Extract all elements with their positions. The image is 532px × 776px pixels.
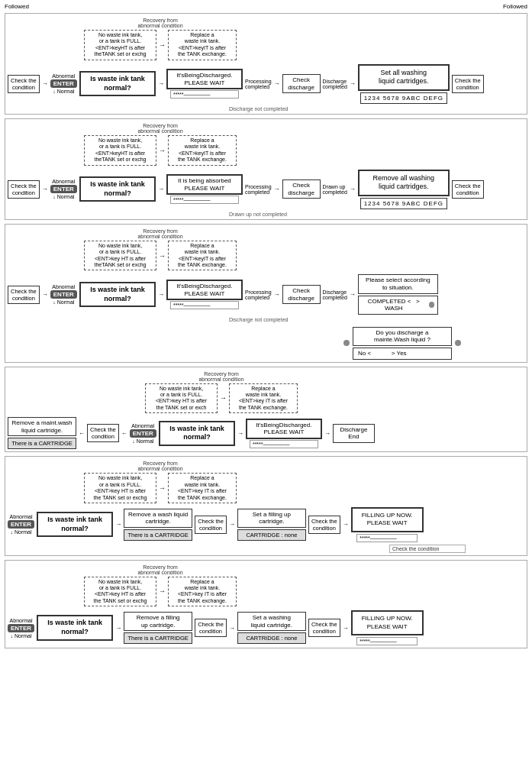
there-is-cartridge-4: There is a CARTRIDGE	[8, 438, 76, 449]
being-absorbed-2: It is being absorbedPLEASE WAIT	[166, 174, 243, 195]
waste-ink-tank-4: Is waste ink tanknormal?	[159, 421, 235, 446]
no-waste-tank-1: No waste ink tank,or a tank is FULL.<ENT…	[84, 30, 156, 60]
header-left: Followed	[5, 3, 29, 10]
there-is-cartridge-6: There is a CARTRIDGE	[124, 632, 192, 644]
check-condition-right-1: Check thecondition	[452, 75, 484, 93]
filling-now-5: FILLING UP NOW.PLEASE WAIT	[351, 507, 424, 532]
drawn-up-not-completed-2: Drawn up not completed	[229, 212, 524, 217]
abnormal-label-2: Abnormal	[52, 179, 75, 184]
stars-2: *****—————	[170, 196, 239, 204]
discharge-not-completed-3: Discharge not completed	[229, 317, 524, 322]
check-condition-mid-5: Check thecondition	[195, 516, 227, 534]
discharge-completed-1: Dischargecompleted	[323, 79, 347, 89]
waste-ink-tank-6: Is waste ink tanknormal?	[37, 615, 113, 640]
check-condition-left-4: Check thecondition	[87, 424, 119, 442]
no-yes-3: No < > Yes	[353, 348, 452, 360]
recovery-label-2: Recovery fromabnormal condition	[84, 123, 237, 134]
normal-label-3: ↓ Normal	[53, 299, 74, 305]
being-discharged-3: It'sBeingDischarged.PLEASE WAIT	[166, 280, 243, 300]
normal-label-2: ↓ Normal	[53, 194, 74, 199]
drawn-up-completed-2: Drawn upcompleted	[323, 184, 347, 195]
header-right: Followed	[503, 3, 527, 10]
waste-ink-tank-3: Is waste ink tanknormal?	[79, 282, 156, 307]
discharge-completed-3: Dischargecompleted	[323, 289, 347, 300]
set-washing-1: Set all washingliquid cartridges.	[358, 64, 450, 91]
replace-tank-5: Replace awaste ink tank.<ENT>key IT is a…	[168, 473, 237, 503]
check-condition-left-1: Check thecondition	[8, 75, 40, 93]
check-condition-left-2: Check thecondition	[8, 180, 40, 199]
normal-label-5: ↓ Normal	[11, 529, 32, 535]
abnormal-label-4: Abnormal	[131, 423, 154, 428]
stars-box-5: *****—————	[356, 534, 418, 542]
digits-1: 1234 5678 9ABC DEFG	[360, 92, 447, 104]
processing-completed-1: Processingcompleted	[245, 79, 272, 89]
being-discharged-1: It'sBeingDischarged.PLEASE WAIT	[166, 69, 243, 89]
section-6: Recovery fromabnormal condition No waste…	[5, 560, 527, 648]
section-1: Recovery fromabnormal condition No waste…	[5, 13, 527, 115]
normal-label-6: ↓ Normal	[11, 633, 32, 639]
cartridge-none-6: CARTRIDGE : none	[237, 632, 306, 644]
abnormal-label-3: Abnormal	[52, 284, 75, 289]
stars-3: *****—————	[170, 301, 239, 309]
check-condition-mid-6: Check thecondition	[195, 619, 227, 637]
replace-tank-1: Replace awaste ink tank.<ENT>keyIT is af…	[168, 30, 237, 60]
page: Followed Followed Recovery fromabnormal …	[0, 0, 532, 655]
completed-wash-3: COMPLETED < > WASH	[358, 296, 438, 315]
enter-badge-2: ENTER	[50, 185, 77, 193]
check-discharge-2: Checkdischarge	[282, 179, 321, 199]
please-select-3: Please select accordingto situation.	[358, 274, 438, 293]
recovery-label-6: Recovery fromabnormal condition	[84, 564, 237, 575]
no-waste-tank-3: No waste ink tank,or a tank is FULL.<ENT…	[84, 241, 156, 271]
replace-tank-6: Replace awaste ink tank.<ENT>key IT is a…	[168, 577, 237, 607]
normal-label-4: ↓ Normal	[132, 438, 153, 444]
remove-all-2: Remove all washingliquid cartridges.	[358, 170, 450, 196]
stars-1: *****—————	[170, 90, 239, 99]
discharge-not-completed-1: Discharge not completed	[229, 106, 524, 112]
header: Followed Followed	[5, 3, 527, 10]
discharge-end-4: DischargeEnd	[333, 424, 375, 443]
abnormal-label-6: Abnormal	[10, 618, 33, 623]
no-waste-tank-4: No waste ink tank,or a tank is FULL.<ENT…	[145, 383, 218, 414]
recovery-label-1: Recovery fromabnormal condition	[84, 18, 237, 28]
processing-completed-3: Processingcompleted	[245, 289, 272, 300]
check-condition-left-3: Check thecondition	[8, 286, 40, 304]
set-washing-liq-6: Set a washingliquid cartridge.	[237, 612, 306, 631]
filling-now-6: FILLING UP NOW.PLEASE WAIT	[351, 610, 424, 635]
normal-label-1: ↓ Normal	[53, 89, 74, 94]
processing-completed-2: Processingcompleted	[245, 184, 272, 195]
check-condition-right-2: Check thecondition	[452, 180, 484, 199]
check-discharge-3: Checkdischarge	[282, 285, 321, 304]
abnormal-label-5: Abnormal	[10, 514, 33, 519]
enter-badge-1: ENTER	[50, 79, 77, 88]
recovery-label-5: Recovery fromabnormal condition	[84, 461, 237, 471]
recovery-label-3: Recovery fromabnormal condition	[84, 228, 237, 239]
enter-badge-5: ENTER	[8, 520, 34, 529]
replace-tank-4: Replace awaste ink tank.<ENT>key IT is a…	[229, 383, 298, 414]
connector-dot-3a	[343, 340, 350, 346]
digits-2: 1234 5678 9ABC DEFG	[360, 198, 447, 209]
remove-filling-6: Remove a fillingup cartridge.	[124, 612, 192, 631]
set-filling-5: Set a filling upcartridge.	[237, 509, 306, 528]
cartridge-none-5: CARTRIDGE : none	[237, 529, 306, 541]
enter-badge-4: ENTER	[130, 429, 156, 438]
section-3: Recovery fromabnormal condition No waste…	[5, 224, 527, 363]
check-discharge-1: Checkdischarge	[282, 74, 321, 93]
waste-ink-tank-2: Is waste ink tanknormal?	[79, 176, 156, 202]
replace-tank-2: Replace awaste ink tank.<ENT>keyIT is af…	[168, 135, 237, 166]
enter-badge-6: ENTER	[8, 624, 34, 632]
no-waste-tank-5: No waste ink tank,or a tank is FULL.<ENT…	[84, 473, 156, 503]
being-discharged-4: It'sBeingDischarged.PLEASE WAIT	[246, 419, 322, 439]
stars-box-6: *****—————	[356, 637, 418, 645]
check-condition-right-6: Check thecondition	[308, 619, 340, 637]
do-you-discharge-3: Do you discharge amainte.Wash liquid ?	[353, 327, 452, 346]
there-is-cartridge-5: There is a CARTRIDGE	[124, 529, 192, 541]
check-condition-right-5: Check thecondition	[308, 516, 340, 534]
remove-wash-5: Remove a wash liquidcartridge.	[124, 509, 192, 528]
section-2: Recovery fromabnormal condition No waste…	[5, 118, 527, 220]
no-waste-tank-2: No waste ink tank,or a tank is FULL.<ENT…	[84, 135, 156, 166]
section-4: Recovery fromabnormal condition No waste…	[5, 367, 527, 453]
waste-ink-tank-5: Is waste ink tanknormal?	[37, 512, 113, 537]
connector-dot-3b	[455, 340, 461, 346]
enter-badge-3: ENTER	[50, 290, 77, 299]
remove-maint-4: Remove a maint.washliquid cartridge.	[8, 417, 76, 436]
